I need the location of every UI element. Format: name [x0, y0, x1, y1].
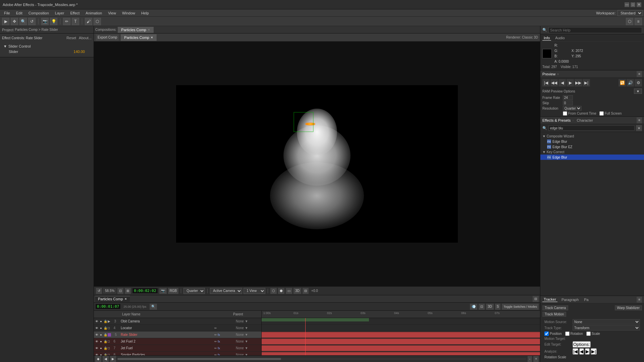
- solo-icon[interactable]: ●: [99, 340, 103, 344]
- menu-animation[interactable]: Animation: [83, 10, 105, 16]
- current-time-display[interactable]: 0:00:01:07: [95, 304, 121, 309]
- scale-checkbox[interactable]: [586, 331, 591, 336]
- camera-dropdown[interactable]: Active Camera: [210, 288, 242, 294]
- zoom-display[interactable]: 58.5%: [103, 288, 116, 293]
- solo-switches[interactable]: S: [495, 304, 501, 310]
- lock-icon[interactable]: 🔒: [103, 326, 107, 330]
- enable-frame-blend[interactable]: ⊡: [479, 304, 485, 310]
- skip-input[interactable]: [563, 101, 573, 105]
- analyze-forward-full-btn[interactable]: ▶|: [591, 348, 596, 355]
- track-type-select[interactable]: Transform: [573, 325, 640, 330]
- solo-icon[interactable]: ●: [99, 353, 103, 356]
- minimize-button[interactable]: —: [625, 2, 629, 7]
- transparency-btn[interactable]: ⬢: [278, 288, 284, 294]
- particles-comp-close[interactable]: ✕: [151, 36, 153, 39]
- eye-icon[interactable]: 👁: [95, 333, 99, 337]
- layer-7-name[interactable]: Jet Fuel: [121, 346, 214, 350]
- position-checkbox[interactable]: [544, 331, 549, 336]
- workspace-select[interactable]: Standard: [618, 10, 643, 16]
- tool-move[interactable]: ✥: [11, 18, 18, 25]
- loop-btn[interactable]: 🔁: [619, 79, 626, 86]
- layer-4-name[interactable]: Locator: [121, 326, 214, 330]
- region-of-interest-btn[interactable]: ⬡: [270, 288, 277, 294]
- lock-icon[interactable]: 🔒: [103, 340, 107, 344]
- menu-file[interactable]: File: [1, 10, 13, 16]
- eye-icon[interactable]: 👁: [95, 353, 99, 356]
- tool-light[interactable]: 💡: [50, 18, 57, 25]
- ec-reset-btn[interactable]: Reset: [66, 36, 76, 40]
- rulers-btn[interactable]: ⊟: [303, 288, 309, 294]
- timeline-collapse-btn[interactable]: ⊟: [533, 296, 539, 302]
- enable-motion-blur[interactable]: 💨: [470, 304, 477, 310]
- layer-5-name[interactable]: Rate Slider: [121, 333, 214, 337]
- tracker-tab-tracker[interactable]: Tracker: [542, 297, 557, 302]
- export-comp-btn[interactable]: Export Comp: [96, 35, 119, 41]
- lock-icon[interactable]: 🔒: [103, 333, 107, 337]
- info-tab-info[interactable]: Info: [542, 36, 551, 41]
- play-back-btn[interactable]: ◀: [558, 79, 566, 86]
- warp-stab-btn[interactable]: Warp Stabilizer: [615, 305, 642, 310]
- slider-control-header[interactable]: ▼ Slider Control: [3, 44, 90, 49]
- fx-options-btn[interactable]: ≡: [637, 117, 642, 123]
- fx-search-clear[interactable]: ✕: [636, 125, 642, 131]
- frame-rate-input[interactable]: [563, 95, 573, 100]
- ec-about-btn[interactable]: About...: [79, 36, 92, 40]
- fx-item-edge-blur-key[interactable]: FX Edge Blur: [540, 155, 644, 160]
- slider-value[interactable]: 140.00: [73, 50, 85, 54]
- lock-icon[interactable]: 🔒: [103, 353, 107, 356]
- timeline-tab-particles[interactable]: Particles Comp ✕: [95, 296, 130, 302]
- track-camera-btn[interactable]: Track Camera: [542, 305, 568, 310]
- fx-item-edge-blur[interactable]: FX Edge Blur: [540, 139, 644, 144]
- tool-camera[interactable]: 📷: [41, 18, 49, 25]
- tracker-tab-pa[interactable]: Pa: [583, 297, 590, 302]
- ram-preview-dropdown[interactable]: ▼: [634, 88, 642, 94]
- eye-icon[interactable]: 👁: [95, 319, 99, 323]
- menu-edit[interactable]: Edit: [13, 10, 25, 16]
- tool-shapes[interactable]: ⬡: [626, 18, 633, 25]
- zoom-in-timeline[interactable]: +: [533, 356, 539, 362]
- track-bar-7[interactable]: [262, 346, 540, 351]
- layer-8-name[interactable]: Smoke Particles: [121, 353, 214, 355]
- track-bar-6[interactable]: [262, 339, 540, 344]
- menu-layer[interactable]: Layer: [52, 10, 67, 16]
- fx-category-composite[interactable]: ▼ Composite Wizard: [540, 134, 644, 139]
- analyze-back-full-btn[interactable]: |◀: [573, 348, 578, 355]
- analyze-forward-btn[interactable]: ▶: [585, 348, 590, 355]
- rotation-checkbox[interactable]: [565, 331, 570, 336]
- track-bar-5[interactable]: [262, 332, 540, 338]
- keyframe-nav-right[interactable]: ▶: [110, 356, 116, 362]
- analyze-back-btn[interactable]: ◀: [579, 348, 584, 355]
- resolution-dropdown[interactable]: QuarterHalfFull: [183, 288, 205, 294]
- tool-text[interactable]: T: [72, 18, 79, 25]
- toggle-switches[interactable]: Toggle Switches / Modes: [502, 304, 539, 310]
- enable-3d[interactable]: 3D: [486, 304, 494, 310]
- menu-effect[interactable]: Effect: [67, 10, 82, 16]
- keyframe-nav-left[interactable]: ◀: [103, 356, 109, 362]
- fx-item-edge-blur-ez[interactable]: FX Edge Blur EZ: [540, 144, 644, 149]
- maximize-button[interactable]: □: [631, 2, 635, 7]
- layer-6-name[interactable]: Jet Fuel 2: [121, 340, 214, 343]
- search-timeline-btn[interactable]: 🔍: [150, 304, 157, 310]
- full-screen-check[interactable]: [599, 111, 604, 116]
- layer-3-name[interactable]: Obit Camera: [121, 319, 214, 323]
- fx-search-input[interactable]: [548, 125, 635, 131]
- add-marker-btn[interactable]: ◆: [95, 356, 101, 362]
- options-btn[interactable]: Options:: [573, 341, 591, 348]
- zoom-out-timeline[interactable]: -: [528, 356, 532, 362]
- eye-icon[interactable]: 👁: [95, 346, 99, 350]
- comp-tab-close[interactable]: ✕: [148, 28, 150, 32]
- grid-btn[interactable]: ⊞: [125, 288, 131, 294]
- comp-tab-particles[interactable]: Particles Comp ✕: [118, 27, 154, 33]
- time-display[interactable]: 0:00:02:02: [132, 288, 158, 294]
- view-dropdown[interactable]: 1 View2 Views: [244, 288, 265, 294]
- resolution-select[interactable]: QuarterHalfFull: [563, 106, 582, 111]
- tool-zoom[interactable]: 🔍: [19, 18, 27, 25]
- preview-settings-btn[interactable]: ⚙: [635, 79, 642, 86]
- menu-window[interactable]: Window: [119, 10, 138, 16]
- play-btn[interactable]: ▶: [567, 79, 574, 86]
- menu-help[interactable]: Help: [139, 10, 152, 16]
- search-help-input[interactable]: [548, 27, 642, 33]
- tracker-options-btn[interactable]: ≡: [637, 297, 642, 303]
- work-area-bar[interactable]: [262, 318, 369, 321]
- motion-source-select[interactable]: None: [573, 319, 640, 324]
